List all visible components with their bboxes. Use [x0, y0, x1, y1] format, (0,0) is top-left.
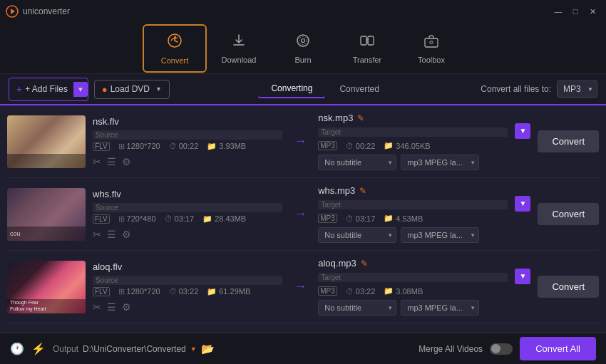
tab-converting[interactable]: Converting — [258, 80, 325, 98]
add-files-button[interactable]: + + Add Files ▼ — [9, 78, 88, 101]
settings-icon-2[interactable]: ⚙ — [122, 229, 131, 240]
arrow-col-2: → — [289, 207, 311, 222]
file-meta-3: FLV ⊞ 1280*720 ⏱ 03:22 📁 61.29MB — [93, 287, 282, 296]
output-caret[interactable]: ▼ — [190, 345, 197, 353]
target-format-2: MP3 — [318, 214, 337, 223]
subtitle-select-1[interactable]: No subtitle — [318, 155, 396, 170]
edit-icon-3[interactable]: ✎ — [361, 259, 368, 269]
merge-toggle[interactable] — [490, 343, 513, 355]
target-label-1: Target — [318, 128, 508, 137]
tab-group: Converting Converted — [258, 80, 391, 98]
target-dur-val-2: 03:17 — [356, 214, 376, 223]
subtitle-select-2[interactable]: No subtitle — [318, 227, 396, 243]
codec-select-3[interactable]: mp3 MPEG la... — [401, 300, 479, 316]
meta-size-3: 📁 61.29MB — [207, 287, 250, 296]
load-dvd-button[interactable]: ● Load DVD ▼ — [94, 80, 170, 99]
merge-label: Merge All Videos — [418, 344, 483, 354]
format-badge-2: FLV — [93, 214, 110, 224]
subtitle-wrap-2[interactable]: No subtitle — [318, 227, 396, 243]
file-meta-2: FLV ⊞ 720*480 ⏱ 03:17 📁 28.43MB — [93, 214, 282, 224]
source-label-2: Source — [93, 203, 282, 212]
target-name-row-2: whs.mp3 ✎ — [318, 185, 508, 196]
lightning-footer-icon[interactable]: ⚡ — [31, 342, 46, 355]
footer-output: Output D:\UniConverter\Converted ▼ 📂 — [53, 343, 229, 355]
nav-burn[interactable]: Burn — [271, 24, 335, 73]
codec-wrap-1[interactable]: mp3 MPEG la... — [401, 155, 479, 170]
maximize-button[interactable]: □ — [568, 4, 583, 19]
target-dur-1: ⏱ 00:22 — [346, 142, 376, 150]
settings-icon-1[interactable]: ⚙ — [122, 156, 131, 167]
load-dvd-label: Load DVD — [111, 84, 150, 94]
settings-icon-3[interactable]: ⚙ — [122, 301, 131, 313]
subtitle-select-3[interactable]: No subtitle — [318, 300, 396, 316]
target-meta-3: MP3 ⏱ 03:22 📁 3.08MB — [318, 286, 508, 296]
svg-rect-9 — [430, 41, 433, 43]
codec-wrap-2[interactable]: mp3 MPEG la... — [401, 227, 479, 243]
subtitle-wrap-1[interactable]: No subtitle — [318, 155, 396, 170]
target-clock-3: ⏱ — [346, 287, 354, 296]
content-area: nsk.flv Source FLV ⊞ 1280*720 ⏱ 00:22 — [0, 105, 606, 333]
arrow-col-1: → — [289, 134, 311, 149]
add-files-label: + Add Files — [25, 84, 68, 94]
target-meta-2: MP3 ⏱ 03:17 📁 4.53MB — [318, 214, 508, 223]
convert-icon — [166, 32, 183, 53]
target-dur-2: ⏱ 03:17 — [346, 214, 376, 223]
clock-icon-3: ⏱ — [169, 287, 177, 296]
meta-size-1: 📁 3.93MB — [207, 142, 246, 151]
meta-dur-val-2: 03:17 — [175, 214, 195, 223]
meta-dur-2: ⏱ 03:17 — [165, 214, 195, 223]
codec-select-2[interactable]: mp3 MPEG la... — [401, 227, 479, 243]
meta-dur-val-1: 00:22 — [179, 142, 199, 150]
navbar: Convert Download Burn Tran — [0, 23, 606, 74]
file-name-2: whs.flv — [93, 189, 282, 199]
res-icon-2: ⊞ — [118, 214, 125, 224]
meta-size-val-3: 61.29MB — [219, 287, 250, 296]
nav-download[interactable]: Download — [207, 24, 271, 73]
add-files-caret[interactable]: ▼ — [73, 82, 88, 97]
convert-button-3[interactable]: Convert — [538, 276, 599, 298]
convert-button-2[interactable]: Convert — [538, 203, 599, 225]
codec-wrap-3[interactable]: mp3 MPEG la... — [401, 300, 479, 316]
file-meta-1: FLV ⊞ 1280*720 ⏱ 00:22 📁 3.93MB — [93, 142, 282, 151]
meta-size-2: 📁 28.43MB — [202, 214, 246, 224]
transfer-icon — [359, 33, 375, 53]
target-meta-1: MP3 ⏱ 00:22 📁 346.05KB — [318, 141, 508, 150]
format-select[interactable]: MP3 MP4 AVI MKV — [557, 80, 597, 98]
target-folder-2: 📁 — [384, 214, 394, 223]
target-clock-1: ⏱ — [346, 142, 354, 150]
scissors-icon-2[interactable]: ✂ — [93, 229, 101, 240]
output-folder-icon[interactable]: 📂 — [201, 343, 215, 355]
nav-convert[interactable]: Convert — [143, 24, 207, 73]
target-expand-2[interactable]: ▼ — [515, 196, 530, 212]
minimize-button[interactable]: — — [550, 4, 566, 19]
file-name-3: aloq.flv — [93, 261, 282, 272]
target-dropdowns-1: No subtitle mp3 MPEG la... — [318, 155, 508, 170]
source-label-3: Source — [93, 276, 282, 285]
list-icon-3[interactable]: ☰ — [107, 301, 116, 313]
convert-all-button[interactable]: Convert All — [520, 337, 596, 360]
format-select-wrap[interactable]: MP3 MP4 AVI MKV — [557, 80, 597, 98]
convert-button-1[interactable]: Convert — [538, 130, 599, 152]
edit-icon-2[interactable]: ✎ — [359, 186, 366, 196]
edit-icon-1[interactable]: ✎ — [357, 113, 364, 123]
codec-select-1[interactable]: mp3 MPEG la... — [401, 155, 479, 170]
close-button[interactable]: ✕ — [585, 4, 600, 19]
target-expand-1[interactable]: ▼ — [515, 123, 530, 139]
target-format-3: MP3 — [318, 286, 337, 296]
list-icon-2[interactable]: ☰ — [107, 229, 116, 240]
target-expand-3[interactable]: ▼ — [515, 269, 530, 284]
tab-converted[interactable]: Converted — [327, 80, 391, 98]
target-name-row-1: nsk.mp3 ✎ — [318, 113, 508, 123]
nav-toolbox[interactable]: Toolbox — [399, 24, 463, 73]
folder-icon-2: 📁 — [202, 214, 212, 224]
target-section-3: aloq.mp3 ✎ Target MP3 ⏱ 03:22 📁 3.08MB — [318, 258, 508, 316]
target-section-1: nsk.mp3 ✎ Target MP3 ⏱ 00:22 📁 346.05KB — [318, 113, 508, 170]
scissors-icon-1[interactable]: ✂ — [93, 156, 101, 167]
scissors-icon-3[interactable]: ✂ — [93, 301, 101, 313]
subtitle-wrap-3[interactable]: No subtitle — [318, 300, 396, 316]
nav-transfer[interactable]: Transfer — [335, 24, 399, 73]
clock-footer-icon[interactable]: 🕐 — [10, 342, 24, 355]
window-controls[interactable]: — □ ✕ — [550, 4, 600, 19]
meta-res-val-1: 1280*720 — [127, 142, 160, 150]
list-icon-1[interactable]: ☰ — [107, 156, 116, 167]
